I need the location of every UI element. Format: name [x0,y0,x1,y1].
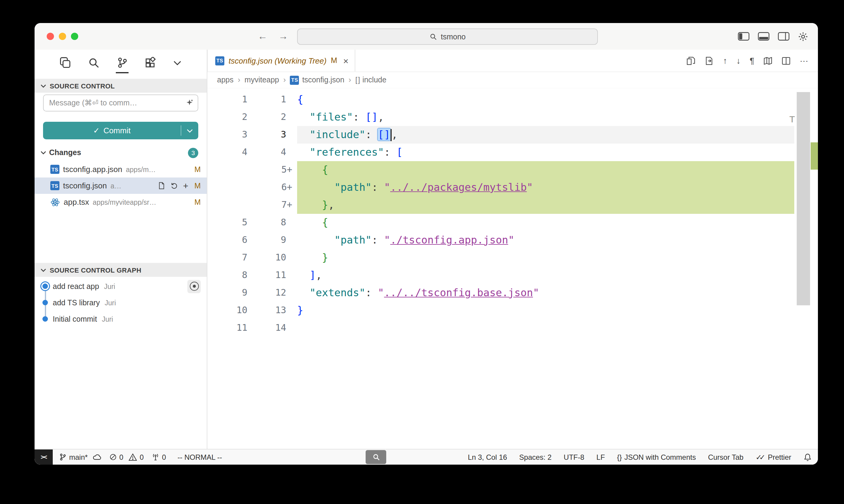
code-line-content[interactable] [297,319,794,337]
encoding-indicator[interactable]: UTF-8 [564,453,584,461]
code-line-content[interactable]: "extends": "../../tsconfig.base.json" [297,284,794,302]
stage-changes-icon[interactable]: + [183,181,189,191]
tab-title: tsconfig.json (Working Tree) [228,56,327,65]
go-to-file-icon[interactable] [705,56,714,65]
code-token: : [372,234,378,246]
modified-line-number: 9 [258,231,297,249]
code-token [372,128,378,141]
breadcrumb-item[interactable]: [ ] include [355,76,386,84]
chevron-down-icon[interactable] [173,56,182,70]
toggle-panel-icon[interactable] [758,32,770,41]
code-line-content[interactable]: { [297,91,794,108]
source-control-graph-header[interactable]: SOURCE CONTROL GRAPH [35,263,207,277]
changes-count-badge: 3 [188,147,198,158]
sparkle-icon[interactable] [186,99,193,107]
cursor-tab-indicator[interactable]: Cursor Tab [708,453,743,461]
code-token [297,199,322,211]
formatter-indicator[interactable]: ✓✓ Prettier [756,453,791,461]
notifications-bell-icon[interactable] [803,453,812,461]
changes-chevron-icon [41,151,46,155]
next-change-icon[interactable]: ↓ [736,56,741,66]
split-editor-icon[interactable] [781,56,791,65]
cursor-position-indicator[interactable]: Ln 3, Col 16 [468,453,507,461]
file-name: tsconfig.json [63,181,107,190]
scrollbar-thumb[interactable] [797,92,810,305]
indentation-indicator[interactable]: Spaces: 2 [519,453,552,461]
target-circle [189,282,199,291]
language-indicator[interactable]: {} JSON with Comments [617,453,696,461]
file-link[interactable]: ../../tsconfig.base.json [384,287,533,299]
commit-target-icon[interactable] [187,280,201,293]
command-center[interactable]: tsmono [297,29,598,45]
code-line-content[interactable]: "path": "./tsconfig.app.json" [297,231,794,249]
more-actions-icon[interactable]: ··· [800,56,808,66]
settings-gear-icon[interactable] [798,31,808,41]
close-tab-icon[interactable]: × [343,55,349,66]
commit-row[interactable]: add react appJuri [35,278,207,294]
branch-indicator[interactable]: main* [59,453,101,461]
eol-indicator[interactable]: LF [596,453,605,461]
map-icon[interactable] [763,56,773,65]
discard-changes-icon[interactable] [170,182,178,190]
open-file-icon[interactable] [158,182,166,190]
minimize-window-button[interactable] [59,33,66,40]
modified-line-number: 2 [258,108,297,126]
commit-message-input[interactable] [43,94,198,111]
source-control-section-header[interactable]: SOURCE CONTROL [35,79,207,93]
file-link[interactable]: ../../packages/mytslib [390,181,527,193]
code-token: : [384,146,391,158]
code-line-content[interactable]: { [297,214,794,231]
extensions-icon[interactable] [144,53,157,73]
original-line-number: 5 [207,214,258,231]
commit-dropdown-button[interactable] [181,129,198,132]
commit-button[interactable]: ✓ Commit [43,126,181,135]
source-control-icon[interactable] [116,53,128,73]
file-link[interactable]: ./tsconfig.app.json [390,234,508,246]
remote-indicator[interactable]: >< [35,449,53,465]
breadcrumb-item[interactable]: myviteapp [245,76,279,84]
code-line-content[interactable]: "include": [], [297,126,794,144]
modified-badge: M [331,56,337,65]
code-line-content[interactable]: "references": [ [297,144,794,161]
whitespace-icon[interactable]: ¶ [750,56,754,66]
toggle-sidebar-icon[interactable] [738,32,750,41]
breadcrumb-item[interactable]: apps [217,76,234,84]
explorer-icon[interactable] [59,53,71,73]
ports-indicator[interactable]: 0 [152,453,166,461]
file-path: a… [111,182,154,189]
code-line-content[interactable]: } [297,302,794,319]
braces-icon: {} [617,453,622,461]
file-row[interactable]: TStsconfig.jsona…+M [35,178,207,194]
code-line-content[interactable]: } [297,249,794,267]
search-value: tsmono [441,32,466,41]
commit-row[interactable]: add TS libraryJuri [35,294,207,311]
check-icon: ✓ [93,126,100,135]
close-window-button[interactable] [47,33,54,40]
toggle-secondary-sidebar-icon[interactable] [778,32,789,41]
original-line-number: 11 [207,319,258,337]
search-view-icon[interactable] [87,53,100,73]
changes-header[interactable]: Changes 3 [35,145,207,160]
code-line-content[interactable]: ], [297,267,794,284]
zoom-window-button[interactable] [71,33,78,40]
problems-indicator[interactable]: 0 0 [109,453,144,461]
open-changes-icon[interactable] [687,56,696,65]
search-icon [429,33,437,41]
code-line-content[interactable]: "files": [], [297,108,794,126]
code-token: " [378,287,384,299]
commit-row[interactable]: Initial commitJuri [35,311,207,327]
code-token: " [384,181,391,193]
code-line-content[interactable]: { [297,161,794,179]
breadcrumb-item[interactable]: TS tsconfig.json [290,75,344,85]
vim-mode-indicator[interactable]: -- NORMAL -- [178,453,222,461]
previous-change-icon[interactable]: ↑ [723,56,727,66]
forward-icon[interactable]: → [278,31,288,42]
code-line-content[interactable]: "path": "../../packages/mytslib" [297,179,794,196]
code-line-content[interactable]: }, [297,196,794,214]
titlebar: ← → tsmono [35,23,818,50]
file-row[interactable]: app.tsxapps/myviteapp/sr…M [35,194,207,210]
back-icon[interactable]: ← [258,31,268,42]
remote-icon: >< [41,454,46,461]
file-row[interactable]: TStsconfig.app.jsonapps/m…M [35,161,207,178]
tab-tsconfig-working-tree[interactable]: TS tsconfig.json (Working Tree) M × [207,50,355,71]
